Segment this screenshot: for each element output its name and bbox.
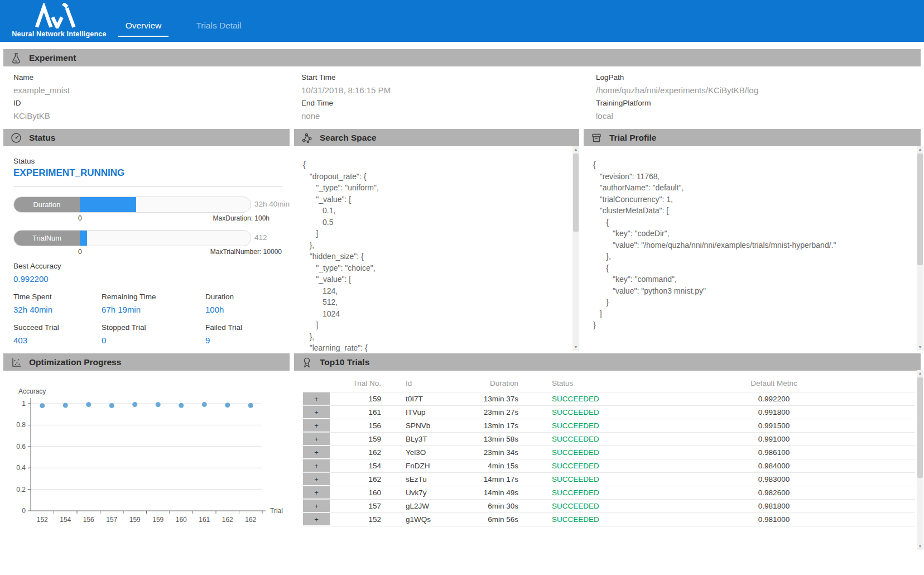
data-point — [248, 403, 253, 408]
column-header-id: Id — [381, 379, 461, 387]
stat-value-remaining-time: 67h 19min — [102, 305, 141, 314]
trial-duration-cell: 13min 37s — [461, 395, 518, 403]
expand-row-button[interactable]: + — [303, 406, 330, 419]
trial-metric-cell: 0.984000 — [673, 462, 874, 470]
x-tick-label: 154 — [60, 516, 71, 524]
x-tick-label: 159 — [152, 516, 163, 524]
column-header-trial-no: Trial No. — [330, 379, 381, 387]
graph-icon — [301, 132, 313, 144]
field-value-id: KCiBytKB — [13, 111, 50, 121]
field-value-training-platform: local — [596, 111, 613, 121]
trial-status-cell: SUCCEEDED — [518, 395, 673, 403]
top-trials-scrollbar[interactable]: ▲ ▼ — [917, 370, 923, 550]
trial-duration-cell: 23min 34s — [461, 448, 518, 457]
trial-status-cell: SUCCEEDED — [518, 421, 673, 430]
trial-profile-scrollbar[interactable]: ▲ ▼ — [917, 146, 923, 351]
x-tick-label: 160 — [176, 516, 187, 524]
table-row: +160Uvk7y14min 49sSUCCEEDED0.982600 — [303, 486, 915, 499]
best-accuracy-value: 0.992200 — [13, 274, 49, 284]
trial-id-cell: SPNVb — [381, 421, 461, 430]
trial-no-cell: 160 — [330, 488, 381, 497]
column-header-status: Status — [518, 379, 673, 387]
expand-row-button[interactable]: + — [303, 446, 330, 459]
trial-status-cell: SUCCEEDED — [518, 488, 673, 497]
stat-value-stopped-trial: 0 — [102, 336, 106, 345]
trial-metric-cell: 0.982600 — [673, 488, 874, 497]
column-header-duration: Duration — [461, 379, 518, 387]
tab-overview[interactable]: Overview — [118, 21, 169, 37]
expand-row-button[interactable]: + — [303, 459, 330, 472]
scrollbar-thumb[interactable] — [573, 154, 579, 232]
trialnum-progress-bar: TrialNum — [13, 230, 251, 246]
scroll-down-icon[interactable]: ▼ — [572, 344, 579, 351]
trial-duration-cell: 13min 58s — [461, 435, 518, 443]
trial-status-cell: SUCCEEDED — [518, 515, 673, 524]
expand-row-button[interactable]: + — [303, 486, 330, 499]
stat-label-time-spent: Time Spent — [13, 293, 52, 301]
expand-row-button[interactable]: + — [303, 419, 330, 432]
trial-metric-cell: 0.991800 — [673, 408, 874, 416]
optimization-section-header: Optimization Progress — [3, 353, 290, 371]
data-point — [179, 403, 184, 408]
top-trials-section-header: Top10 Trials — [294, 353, 921, 371]
duration-max-label: MaxDuration: 100h — [13, 214, 270, 222]
table-row: +162sEzTu14min 17sSUCCEEDED0.983000 — [303, 472, 915, 486]
scroll-down-icon[interactable]: ▼ — [917, 344, 923, 351]
app-header: Neural Network Intelligence Overview Tri… — [0, 0, 924, 42]
nni-logo-icon[interactable] — [35, 3, 84, 28]
trial-id-cell: t0I7T — [381, 395, 461, 403]
expand-row-button[interactable]: + — [303, 392, 330, 405]
trialnum-progress-value: 412 — [254, 233, 267, 242]
table-header-row: Trial No. Id Duration Status Default Met… — [303, 374, 915, 392]
tab-trials-detail[interactable]: Trials Detail — [191, 21, 247, 31]
stat-label-succeed-trial: Succeed Trial — [13, 323, 59, 332]
trial-id-cell: Yel3O — [381, 448, 461, 457]
scrollbar-thumb[interactable] — [917, 377, 923, 478]
scroll-down-icon[interactable]: ▼ — [917, 543, 923, 550]
field-label-name: Name — [13, 73, 33, 82]
medal-icon — [301, 356, 313, 368]
trial-id-cell: Uvk7y — [381, 488, 461, 497]
trial-no-cell: 162 — [330, 448, 381, 457]
stat-value-succeed-trial: 403 — [13, 336, 27, 345]
field-label-logpath: LogPath — [596, 73, 624, 82]
trial-profile-section-header: Trial Profile — [584, 129, 921, 146]
trial-no-cell: 159 — [330, 435, 381, 443]
scroll-up-icon[interactable]: ▲ — [572, 146, 579, 153]
y-tick-label: 0.6 — [16, 443, 26, 451]
trial-id-cell: gL2JW — [381, 502, 461, 510]
x-tick-label: 157 — [106, 516, 117, 524]
search-space-scrollbar[interactable]: ▲ ▼ — [572, 146, 579, 351]
data-point — [202, 402, 207, 407]
top-trials-table: Trial No. Id Duration Status Default Met… — [303, 374, 915, 526]
experiment-section-header: Experiment — [3, 49, 921, 66]
scrollbar-thumb[interactable] — [917, 154, 923, 265]
trial-id-cell: BLy3T — [381, 435, 461, 443]
field-label-start-time: Start Time — [301, 73, 336, 82]
y-tick-label: 1 — [22, 400, 26, 408]
y-tick-label: 0.8 — [16, 421, 26, 429]
trial-status-cell: SUCCEEDED — [518, 408, 673, 416]
trial-duration-cell: 4min 15s — [461, 462, 518, 470]
expand-column-header — [303, 374, 330, 392]
expand-row-button[interactable]: + — [303, 513, 330, 526]
data-point — [40, 403, 45, 408]
scroll-up-icon[interactable]: ▲ — [917, 370, 923, 377]
stat-label-stopped-trial: Stopped Trial — [102, 323, 146, 332]
table-row: +157gL2JW6min 30sSUCCEEDED0.981800 — [303, 499, 915, 512]
trial-id-cell: sEzTu — [381, 475, 461, 483]
trial-status-cell: SUCCEEDED — [518, 462, 673, 470]
status-label: Status — [13, 157, 35, 165]
expand-row-button[interactable]: + — [303, 433, 330, 445]
stat-label-remaining-time: Remaining Time — [102, 293, 156, 301]
expand-row-button[interactable]: + — [303, 500, 330, 512]
scroll-up-icon[interactable]: ▲ — [917, 146, 923, 153]
progress-fill — [80, 231, 87, 246]
brand-title: Neural Network Intelligence — [4, 30, 114, 38]
archive-icon — [590, 132, 603, 144]
trial-profile-json: { "revision": 11768, "authorName": "defa… — [593, 159, 836, 331]
progress-fill — [80, 197, 136, 212]
data-point — [86, 402, 91, 407]
trialnum-progress-label: TrialNum — [14, 231, 80, 246]
expand-row-button[interactable]: + — [303, 473, 330, 486]
